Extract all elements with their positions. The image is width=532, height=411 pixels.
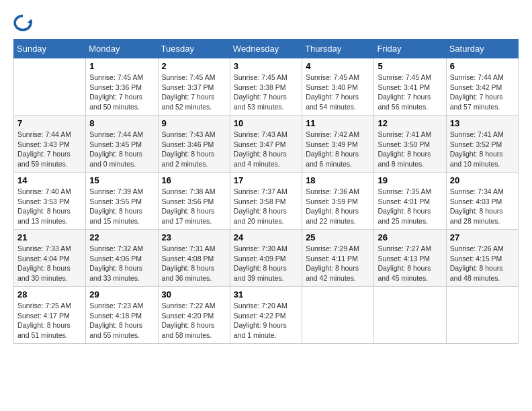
sunrise-text: Sunrise: 7:44 AM [89,130,143,138]
daylight-text: Daylight: 8 hours and 48 minutes. [450,264,503,282]
day-number: 19 [378,175,442,185]
daylight-text: Daylight: 7 hours and 59 minutes. [17,150,71,168]
weekday-header-monday: Monday [86,40,158,58]
day-info: Sunrise: 7:23 AMSunset: 4:18 PMDaylight:… [89,301,154,340]
sunset-text: Sunset: 3:53 PM [17,197,70,205]
sunset-text: Sunset: 4:13 PM [378,255,430,263]
sunrise-text: Sunrise: 7:45 AM [89,73,143,81]
sunrise-text: Sunrise: 7:23 AM [89,302,143,310]
calendar-cell: 2Sunrise: 7:45 AMSunset: 3:37 PMDaylight… [158,58,230,116]
daylight-text: Daylight: 8 hours and 58 minutes. [162,321,215,339]
sunset-text: Sunset: 4:22 PM [234,312,286,320]
day-info: Sunrise: 7:26 AMSunset: 4:15 PMDaylight:… [450,244,515,283]
daylight-text: Daylight: 8 hours and 28 minutes. [450,207,503,225]
day-number: 8 [89,118,154,128]
weekday-header-tuesday: Tuesday [158,40,230,58]
daylight-text: Daylight: 8 hours and 4 minutes. [234,150,287,168]
day-info: Sunrise: 7:35 AMSunset: 4:01 PMDaylight:… [378,187,442,226]
daylight-text: Daylight: 7 hours and 57 minutes. [450,93,503,111]
calendar-week-row: 14Sunrise: 7:40 AMSunset: 3:53 PMDayligh… [14,173,519,230]
sunset-text: Sunset: 4:18 PM [89,312,142,320]
page-header [13,13,519,32]
weekday-header-thursday: Thursday [302,40,374,58]
sunset-text: Sunset: 4:17 PM [17,312,70,320]
sunrise-text: Sunrise: 7:30 AM [234,244,287,253]
calendar-header: SundayMondayTuesdayWednesdayThursdayFrid… [14,40,519,58]
daylight-text: Daylight: 8 hours and 33 minutes. [89,264,142,282]
daylight-text: Daylight: 7 hours and 50 minutes. [89,93,142,111]
day-info: Sunrise: 7:44 AMSunset: 3:45 PMDaylight:… [89,130,154,169]
sunset-text: Sunset: 4:06 PM [89,255,142,263]
calendar-cell: 11Sunrise: 7:42 AMSunset: 3:49 PMDayligh… [302,116,374,173]
sunset-text: Sunset: 3:43 PM [17,140,70,148]
sunset-text: Sunset: 3:40 PM [306,83,358,91]
calendar-cell: 8Sunrise: 7:44 AMSunset: 3:45 PMDaylight… [86,116,158,173]
sunrise-text: Sunrise: 7:25 AM [17,302,71,310]
day-number: 28 [17,289,82,300]
calendar-cell: 24Sunrise: 7:30 AMSunset: 4:09 PMDayligh… [230,230,302,287]
sunset-text: Sunset: 3:45 PM [89,140,142,148]
sunset-text: Sunset: 4:03 PM [450,197,502,205]
daylight-text: Daylight: 8 hours and 45 minutes. [378,264,431,282]
calendar-week-row: 1Sunrise: 7:45 AMSunset: 3:36 PMDaylight… [14,58,519,116]
sunset-text: Sunset: 3:47 PM [234,140,286,148]
sunset-text: Sunset: 3:42 PM [450,83,502,91]
day-number: 14 [17,175,82,185]
calendar-cell [302,287,374,344]
calendar-cell: 29Sunrise: 7:23 AMSunset: 4:18 PMDayligh… [86,287,158,344]
sunrise-text: Sunrise: 7:26 AM [450,244,504,253]
sunrise-text: Sunrise: 7:45 AM [234,73,287,81]
sunrise-text: Sunrise: 7:38 AM [162,187,216,195]
calendar-cell: 18Sunrise: 7:36 AMSunset: 3:59 PMDayligh… [302,173,374,230]
day-info: Sunrise: 7:20 AMSunset: 4:22 PMDaylight:… [234,301,298,340]
daylight-text: Daylight: 8 hours and 13 minutes. [17,207,71,225]
daylight-text: Daylight: 8 hours and 25 minutes. [378,207,431,225]
day-number: 12 [378,118,442,128]
sunrise-text: Sunrise: 7:22 AM [162,302,216,310]
day-info: Sunrise: 7:31 AMSunset: 4:08 PMDaylight:… [162,244,226,283]
svg-marker-0 [28,19,32,23]
sunset-text: Sunset: 3:49 PM [306,140,358,148]
day-number: 15 [89,175,154,185]
calendar-cell: 20Sunrise: 7:34 AMSunset: 4:03 PMDayligh… [446,173,518,230]
sunset-text: Sunset: 3:58 PM [234,197,286,205]
sunset-text: Sunset: 4:11 PM [306,255,358,263]
sunset-text: Sunset: 4:20 PM [162,312,214,320]
daylight-text: Daylight: 8 hours and 42 minutes. [306,264,359,282]
weekday-header-saturday: Saturday [446,40,518,58]
sunrise-text: Sunrise: 7:43 AM [234,130,287,138]
day-info: Sunrise: 7:36 AMSunset: 3:59 PMDaylight:… [306,187,370,226]
sunset-text: Sunset: 4:04 PM [17,255,70,263]
sunset-text: Sunset: 3:52 PM [450,140,502,148]
calendar-week-row: 28Sunrise: 7:25 AMSunset: 4:17 PMDayligh… [14,287,519,344]
day-number: 31 [234,289,298,300]
sunset-text: Sunset: 3:36 PM [89,83,142,91]
daylight-text: Daylight: 8 hours and 6 minutes. [306,150,359,168]
sunrise-text: Sunrise: 7:45 AM [378,73,431,81]
day-info: Sunrise: 7:29 AMSunset: 4:11 PMDaylight:… [306,244,370,283]
sunset-text: Sunset: 4:01 PM [378,197,430,205]
day-number: 24 [234,232,298,242]
day-info: Sunrise: 7:39 AMSunset: 3:55 PMDaylight:… [89,187,154,226]
calendar-cell: 10Sunrise: 7:43 AMSunset: 3:47 PMDayligh… [230,116,302,173]
sunset-text: Sunset: 3:50 PM [378,140,430,148]
day-number: 7 [17,118,82,128]
sunrise-text: Sunrise: 7:39 AM [89,187,143,195]
day-number: 17 [234,175,298,185]
day-number: 1 [89,61,154,71]
calendar-cell: 22Sunrise: 7:32 AMSunset: 4:06 PMDayligh… [86,230,158,287]
calendar-cell: 28Sunrise: 7:25 AMSunset: 4:17 PMDayligh… [14,287,86,344]
sunrise-text: Sunrise: 7:40 AM [17,187,71,195]
calendar-cell: 17Sunrise: 7:37 AMSunset: 3:58 PMDayligh… [230,173,302,230]
day-info: Sunrise: 7:45 AMSunset: 3:38 PMDaylight:… [234,73,298,112]
day-info: Sunrise: 7:37 AMSunset: 3:58 PMDaylight:… [234,187,298,226]
daylight-text: Daylight: 8 hours and 22 minutes. [306,207,359,225]
day-number: 13 [450,118,515,128]
day-info: Sunrise: 7:38 AMSunset: 3:56 PMDaylight:… [162,187,226,226]
sunrise-text: Sunrise: 7:42 AM [306,130,359,138]
calendar-week-row: 21Sunrise: 7:33 AMSunset: 4:04 PMDayligh… [14,230,519,287]
daylight-text: Daylight: 8 hours and 15 minutes. [89,207,142,225]
day-info: Sunrise: 7:25 AMSunset: 4:17 PMDaylight:… [17,301,82,340]
daylight-text: Daylight: 8 hours and 17 minutes. [162,207,215,225]
sunset-text: Sunset: 4:08 PM [162,255,214,263]
